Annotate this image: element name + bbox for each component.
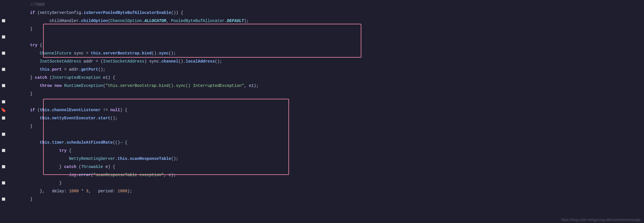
type-inet: InetSocketAddress [40, 59, 81, 64]
code-line-12 [24, 98, 644, 106]
plain-13c: ) { [120, 108, 127, 112]
brace-22: } [59, 181, 62, 185]
indent-2 [30, 19, 49, 23]
dot-19b: . [127, 156, 130, 161]
label-period: period: [98, 189, 117, 193]
line-numbers [7, 0, 24, 223]
code-line-16 [24, 130, 644, 138]
code-line-20: } catch ( Throwable e) { [24, 163, 644, 171]
gutter-icon-15: ⬜ [2, 114, 5, 122]
code-line-3: } [24, 25, 644, 33]
plain-10d: , e1); [244, 83, 258, 88]
dot-21: . [76, 173, 79, 177]
kw-new: new [54, 83, 62, 88]
brace-15: } [30, 124, 32, 129]
str-scan: "scanResponseTable exception" [93, 173, 164, 177]
brace-9: } [30, 75, 35, 80]
const-allocator: ALLOCATOR [144, 19, 166, 23]
plain-1b: . [81, 10, 83, 15]
bookmark-icon: 🔖 [1, 107, 6, 113]
close-19: (); [171, 156, 178, 161]
plain-13b: != [101, 108, 111, 112]
code-line-21: log . error ( "scanResponseTable excepti… [24, 171, 644, 179]
kw-try: try [30, 43, 37, 47]
code-line-10: throw new RuntimeException ( "this.serve… [24, 82, 644, 90]
comment-todo: //TODO [30, 2, 45, 7]
plain-17b: { [122, 140, 127, 145]
gutter-icon-19: ⬜ [2, 147, 5, 155]
type-pooled: PooledByteBufAllocator [171, 19, 225, 23]
indent-8 [30, 67, 40, 72]
field-serverBootstrap: serverBootstrap [103, 51, 139, 56]
type-channelOption: ChannelOption [110, 19, 142, 23]
code-area: //TODO if ( nettyServerConfig . isServer… [24, 0, 644, 223]
kw-catch-20: catch [64, 164, 76, 169]
indent-7 [30, 59, 40, 64]
code-line-9: } catch ( InterruptedException e1) { [24, 74, 644, 82]
plain-10b [62, 83, 64, 88]
plain-21: , e); [164, 173, 176, 177]
indent-10 [30, 83, 40, 88]
num-1000-2: 1000 [118, 189, 128, 193]
indent-17 [30, 140, 40, 145]
method-scan: scanResponseTable [130, 156, 171, 161]
close-6: (); [169, 51, 176, 56]
paren-21: ( [91, 173, 93, 177]
plain-23a: * [79, 189, 86, 193]
dot-17b: . [64, 140, 67, 145]
dot-19: . [115, 156, 117, 161]
plain-6a: sync = [71, 51, 91, 56]
kw-this-14: this [40, 116, 50, 120]
gutter-icon-11: ⬜ [2, 82, 5, 90]
brace-20: } [59, 164, 64, 169]
brace-3: } [30, 27, 32, 31]
kw-if-13: if [30, 108, 35, 112]
plain-18: { [67, 148, 71, 153]
close-7: (); [215, 59, 222, 64]
field-timer: timer [52, 140, 64, 145]
str-exception: "this.serverBootstrap.bind().sync() Inte… [105, 83, 244, 88]
code-line-15: } [24, 122, 644, 130]
method-getPort: getPort [81, 67, 98, 72]
editor-container: ⬜ ⬜ ⬜ ⬜ ⬜ ⬜ 🔖 ⬜ ⬜ ⬜ [0, 0, 644, 223]
dot-17: . [49, 140, 52, 145]
dot-2c: . [225, 19, 227, 23]
code-line-1: if ( nettyServerConfig . isServerPooledB… [24, 9, 644, 17]
kw-this-17: this [40, 140, 50, 145]
gutter-icon-23: ⬜ [2, 179, 5, 187]
kw-this-13: this [40, 108, 50, 112]
code-line-11: } [24, 90, 644, 98]
num-1000-1: 1000 [69, 189, 79, 193]
code-line-18: try { [24, 147, 644, 155]
plain-7b: ) sync. [144, 59, 161, 64]
indent-20 [30, 164, 59, 169]
indent-21 [30, 173, 69, 177]
plain-20: ( [76, 164, 81, 169]
kw-if-1: if [30, 10, 35, 15]
gutter-icons: ⬜ ⬜ ⬜ ⬜ ⬜ ⬜ 🔖 ⬜ ⬜ ⬜ [0, 0, 7, 223]
code-line-2: childHandler . childOption ( ChannelOpti… [24, 17, 644, 25]
code-line-6: ChannelFuture sync = this . serverBootst… [24, 49, 644, 57]
var-netty-1: nettyServerConfig [40, 10, 81, 15]
dot-13: . [49, 108, 52, 112]
method-error: error [79, 173, 91, 177]
plain-1: ( [35, 10, 40, 15]
plain-10c: ( [103, 83, 105, 88]
type-interrupted: InterruptedException [52, 75, 101, 80]
plain-20b: e) { [103, 164, 115, 169]
close-14: (); [110, 116, 117, 120]
plain-9b: e1) { [101, 75, 115, 80]
indent-6 [30, 51, 40, 56]
code-line-23: }, delay: 1000 * 3 , period: 1000 ); [24, 187, 644, 195]
gutter-icon-17: ⬜ [2, 130, 5, 138]
field-nettyEvent: nettyEventExecutor [52, 116, 96, 120]
code-line-5: try { [24, 41, 644, 49]
method-channel: channel [161, 59, 179, 64]
close-23b: ); [127, 189, 132, 193]
plain-13a: ( [35, 108, 40, 112]
code-line-24: } [24, 195, 644, 203]
kw-this-6: this [91, 51, 101, 56]
type-channelfuture: ChannelFuture [40, 51, 71, 56]
arrow-17: → [120, 140, 122, 145]
dot-14b: . [96, 116, 98, 120]
